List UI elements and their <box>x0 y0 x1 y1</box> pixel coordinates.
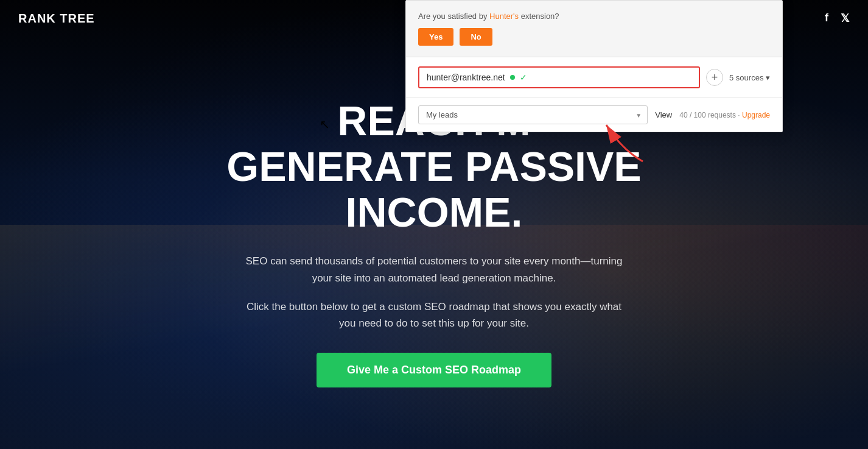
headline-line3: INCOME. <box>346 189 523 235</box>
sources-button[interactable]: 5 sources ▾ <box>729 73 770 82</box>
leads-select[interactable]: My leads All leads <box>418 105 648 124</box>
email-field: hunter@ranktree.net ✓ <box>418 66 700 88</box>
upgrade-link[interactable]: Upgrade <box>742 111 770 119</box>
social-icons: f 𝕏 <box>825 12 850 25</box>
headline-line2: GENERATE PASSIVE <box>226 143 641 189</box>
satisfaction-text: Are you satisfied by Hunter's extension? <box>418 12 770 21</box>
requests-info: 40 / 100 requests · Upgrade <box>679 111 770 119</box>
email-text: hunter@ranktree.net <box>427 72 505 82</box>
yes-button[interactable]: Yes <box>418 28 453 46</box>
satisfaction-buttons: Yes No <box>418 28 770 46</box>
no-button[interactable]: No <box>460 28 492 46</box>
view-button[interactable]: View <box>655 110 672 119</box>
subtext1: SEO can send thousands of potential cust… <box>239 253 629 286</box>
leads-select-wrap: My leads All leads ▼ <box>418 105 648 124</box>
hunter-popup: Are you satisfied by Hunter's extension?… <box>405 0 783 132</box>
site-logo: RANK TREE <box>18 12 95 26</box>
leads-row: My leads All leads ▼ View 40 / 100 reque… <box>406 98 782 132</box>
satisfaction-section: Are you satisfied by Hunter's extension?… <box>406 1 782 57</box>
cta-button[interactable]: Give Me a Custom SEO Roadmap <box>317 353 551 387</box>
hunter-link[interactable]: Hunter's <box>489 12 519 21</box>
facebook-icon[interactable]: f <box>825 12 828 25</box>
requests-count: 40 / 100 requests <box>679 111 736 119</box>
checkmark-icon: ✓ <box>520 72 527 82</box>
twitter-icon[interactable]: 𝕏 <box>841 12 850 25</box>
email-row: hunter@ranktree.net ✓ + 5 sources ▾ <box>406 57 782 98</box>
verified-dot <box>510 75 515 80</box>
add-button[interactable]: + <box>706 69 723 86</box>
plus-icon: + <box>712 71 718 84</box>
separator: · <box>738 111 740 119</box>
subtext2: Click the button below to get a custom S… <box>239 299 629 331</box>
